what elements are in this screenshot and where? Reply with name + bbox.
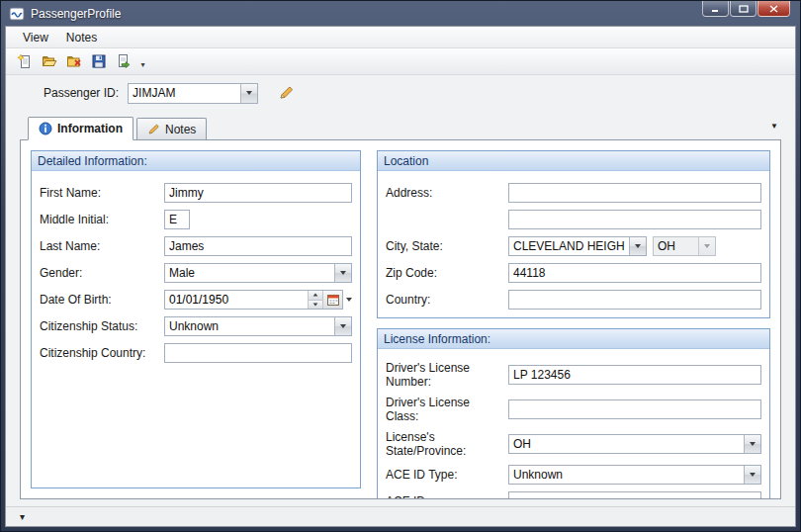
ace-id-type-label: ACE ID Type: (386, 468, 508, 482)
titlebar[interactable]: PassengerProfile (5, 1, 796, 26)
window: PassengerProfile View Notes (0, 0, 801, 532)
location-group: Location Address: City, State: (377, 150, 770, 318)
country-label: Country: (386, 293, 508, 307)
close-button[interactable] (757, 1, 790, 17)
ace-id-type-combobox[interactable] (508, 465, 761, 485)
date-spin-up-button[interactable] (309, 291, 322, 300)
address-input-1[interactable] (508, 183, 761, 203)
city-combobox[interactable] (508, 236, 647, 256)
tabstrip: Information Notes ▼ (6, 111, 795, 139)
state-input[interactable] (654, 237, 698, 255)
chevron-down-icon (635, 244, 641, 248)
date-of-birth-input[interactable] (165, 291, 308, 309)
license-information-header: License Information: (378, 329, 769, 349)
citizenship-status-input[interactable] (165, 317, 334, 335)
address-row-2 (386, 210, 761, 229)
edit-passenger-button[interactable] (273, 82, 301, 104)
state-combobox[interactable] (653, 236, 716, 256)
dl-class-label: Driver's License Class: (386, 396, 508, 423)
license-state-input[interactable] (509, 435, 744, 453)
tab-information[interactable]: Information (28, 117, 134, 140)
citizenship-country-row: Citizenship Country: (40, 343, 352, 363)
gender-combobox[interactable] (164, 263, 352, 283)
gender-label: Gender: (40, 266, 164, 280)
chevron-down-icon (704, 244, 710, 248)
license-state-label: License's State/Province: (386, 430, 508, 458)
citizenship-status-dropdown-button[interactable] (334, 317, 351, 335)
country-input[interactable] (508, 290, 761, 310)
city-dropdown-button[interactable] (629, 237, 646, 255)
ace-id-type-dropdown-button[interactable] (744, 466, 760, 484)
gender-row: Gender: (40, 263, 352, 283)
new-button[interactable] (13, 50, 36, 72)
gender-input[interactable] (165, 264, 334, 282)
gender-dropdown-button[interactable] (334, 264, 351, 282)
ace-id-row: ACE ID: (386, 491, 761, 499)
app-icon (9, 6, 25, 22)
passenger-id-input[interactable] (129, 84, 240, 103)
zip-code-input[interactable] (508, 263, 761, 283)
citizenship-status-label: Citizenship Status: (40, 319, 164, 333)
chevron-down-icon (750, 473, 756, 477)
calendar-button[interactable] (322, 291, 342, 309)
window-title: PassengerProfile (31, 7, 121, 21)
maximize-button[interactable] (730, 1, 756, 17)
license-information-group: License Information: Driver's License Nu… (377, 328, 770, 499)
first-name-input[interactable] (164, 183, 352, 203)
minimize-button[interactable] (702, 1, 729, 17)
open-button[interactable] (38, 50, 60, 72)
close-profile-button[interactable] (62, 50, 85, 72)
dl-class-row: Driver's License Class: (386, 396, 761, 423)
citizenship-status-combobox[interactable] (164, 316, 352, 336)
ace-id-label: ACE ID: (386, 494, 508, 499)
open-folder-icon (42, 53, 57, 69)
pencil-icon (147, 123, 160, 135)
license-state-dropdown-button[interactable] (744, 435, 760, 453)
ace-id-input[interactable] (508, 491, 761, 499)
bottom-expander-icon[interactable]: ▾ (20, 512, 25, 522)
dl-number-input[interactable] (508, 365, 761, 385)
date-of-birth-label: Date Of Birth: (40, 293, 164, 307)
dl-number-label: Driver's License Number: (386, 361, 508, 389)
export-button[interactable] (112, 50, 134, 72)
address-input-2[interactable] (508, 210, 761, 229)
toolbar-overflow-button[interactable]: ▾ (136, 50, 149, 72)
city-state-label: City, State: (386, 239, 508, 253)
chevron-up-icon (313, 294, 318, 297)
passenger-id-row: Passenger ID: (6, 75, 795, 111)
last-name-row: Last Name: (40, 236, 352, 256)
ace-id-type-row: ACE ID Type: (386, 465, 761, 485)
date-dropdown-caret[interactable] (346, 298, 352, 302)
date-of-birth-row: Date Of Birth: (40, 290, 352, 310)
tab-list-chevron[interactable]: ▼ (770, 123, 778, 131)
menu-item-view[interactable]: View (14, 28, 57, 47)
passenger-id-combobox[interactable] (128, 83, 258, 104)
ace-id-type-input[interactable] (509, 466, 744, 484)
license-state-row: License's State/Province: (386, 430, 761, 458)
chevron-down-icon (313, 303, 318, 306)
dl-class-input[interactable] (508, 399, 761, 419)
tab-notes[interactable]: Notes (136, 118, 207, 139)
chevron-down-icon (750, 442, 756, 446)
date-of-birth-control[interactable] (164, 290, 343, 310)
zip-code-row: Zip Code: (386, 263, 761, 283)
statusbar: ▾ (6, 506, 795, 526)
folder-delete-icon (66, 53, 82, 69)
chevron-down-icon (246, 91, 252, 95)
last-name-input[interactable] (164, 236, 352, 256)
address-row-1: Address: (386, 183, 761, 203)
menu-item-notes[interactable]: Notes (57, 28, 106, 47)
passenger-id-dropdown-button[interactable] (240, 84, 257, 103)
citizenship-country-input[interactable] (164, 343, 352, 363)
calendar-icon (327, 294, 339, 306)
passenger-id-label: Passenger ID: (44, 86, 119, 100)
city-input[interactable] (509, 237, 629, 255)
date-spin-down-button[interactable] (309, 300, 322, 310)
middle-initial-input[interactable] (164, 210, 190, 229)
first-name-label: First Name: (40, 186, 164, 200)
license-state-combobox[interactable] (508, 434, 761, 454)
state-dropdown-button[interactable] (698, 237, 715, 255)
export-icon (116, 53, 132, 69)
save-button[interactable] (87, 50, 110, 72)
detailed-information-header: Detailed Information: (32, 151, 360, 171)
